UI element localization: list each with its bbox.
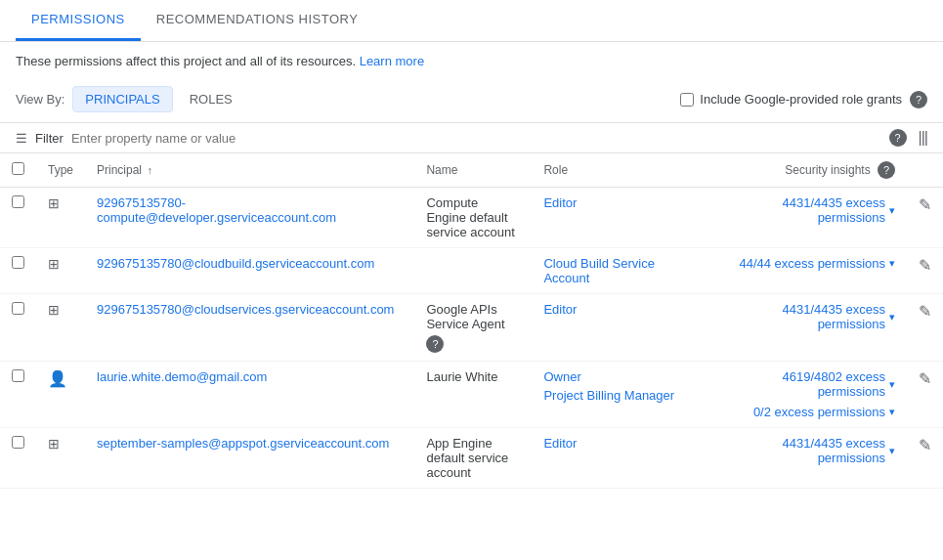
row5-checkbox[interactable] — [12, 436, 24, 449]
row2-checkbox[interactable] — [12, 256, 24, 269]
row5-security: 4431/4435 excess permissions ▾ — [707, 428, 907, 489]
person-icon: 👤 — [48, 370, 67, 387]
row2-type: ⊞ — [36, 248, 85, 294]
row2-role-link[interactable]: Cloud Build Service Account — [543, 256, 654, 285]
row2-security-link[interactable]: 44/44 excess permissions — [739, 256, 885, 271]
row4-dropdown2-icon[interactable]: ▾ — [889, 406, 895, 418]
filter-label: Filter — [35, 131, 64, 146]
help-icon[interactable]: ? — [910, 91, 927, 108]
row4-dropdown1-icon[interactable]: ▾ — [889, 378, 895, 391]
row4-name-text: Laurie White — [426, 369, 497, 384]
row3-dropdown-icon[interactable]: ▾ — [889, 311, 895, 323]
row4-checkbox[interactable] — [12, 369, 24, 382]
include-google-roles-label: Include Google-provided role grants — [700, 92, 902, 107]
table-container: Type Principal ↑ Name Role Security insi… — [0, 153, 943, 489]
principals-view-button[interactable]: PRINCIPALS — [72, 86, 172, 112]
row5-name: App Engine default service account — [414, 428, 532, 489]
row1-dropdown-icon[interactable]: ▾ — [889, 204, 895, 217]
row3-security: 4431/4435 excess permissions ▾ — [707, 294, 907, 362]
row1-role: Editor — [532, 188, 707, 248]
row4-security2-link[interactable]: 0/2 excess permissions — [753, 405, 885, 419]
row5-type: ⊞ — [36, 428, 85, 489]
info-bar: These permissions affect this project an… — [0, 42, 943, 80]
row4-name: Laurie White — [414, 362, 532, 428]
row5-edit: ✎ — [907, 428, 943, 489]
col-header-check — [0, 153, 36, 188]
row3-edit-icon[interactable]: ✎ — [919, 303, 931, 320]
row2-check — [0, 248, 36, 294]
row1-principal: 929675135780-compute@developer.gservicea… — [85, 188, 414, 248]
filter-input[interactable] — [71, 131, 364, 146]
select-all-checkbox[interactable] — [12, 162, 24, 175]
row4-principal: laurie.white.demo@gmail.com — [85, 362, 414, 428]
col-header-type: Type — [36, 153, 85, 188]
include-google-roles-checkbox[interactable] — [680, 93, 694, 107]
row3-edit: ✎ — [907, 294, 943, 362]
row3-role-link[interactable]: Editor — [543, 302, 577, 317]
row5-security-link[interactable]: 4431/4435 excess permissions — [719, 436, 885, 465]
row2-edit-icon[interactable]: ✎ — [919, 257, 931, 274]
sort-arrow-icon: ↑ — [147, 164, 152, 176]
security-help-icon[interactable]: ? — [878, 161, 895, 179]
filter-right: ? ||| — [889, 129, 927, 147]
row3-role: Editor — [532, 294, 707, 362]
service-account-icon: ⊞ — [48, 436, 60, 452]
tab-recommendations-history[interactable]: RECOMMENDATIONS HISTORY — [141, 0, 374, 41]
row3-security-link[interactable]: 4431/4435 excess permissions — [719, 302, 885, 331]
row4-type: 👤 — [36, 362, 85, 428]
col-header-name: Name — [414, 153, 532, 188]
row2-principal-link[interactable]: 929675135780@cloudbuild.gserviceaccount.… — [97, 256, 374, 271]
row3-name: Google APIs Service Agent ? — [414, 294, 532, 362]
row1-edit-icon[interactable]: ✎ — [919, 196, 931, 213]
column-selector-icon[interactable]: ||| — [919, 129, 927, 147]
row5-role-link[interactable]: Editor — [543, 436, 577, 451]
learn-more-link[interactable]: Learn more — [360, 54, 424, 68]
row2-security: 44/44 excess permissions ▾ — [707, 248, 907, 294]
tabs-bar: PERMISSIONS RECOMMENDATIONS HISTORY — [0, 0, 943, 42]
filter-left: ☰ Filter — [16, 131, 364, 146]
table-row: ⊞ 929675135780@cloudbuild.gserviceaccoun… — [0, 248, 943, 294]
tab-permissions[interactable]: PERMISSIONS — [16, 0, 141, 41]
service-account-icon: ⊞ — [48, 302, 60, 318]
row4-check — [0, 362, 36, 428]
table-row: ⊞ september-samples@appspot.gserviceacco… — [0, 428, 943, 489]
row4-role2-link[interactable]: Project Billing Manager — [543, 388, 674, 403]
row1-checkbox[interactable] — [12, 195, 24, 208]
table-row: 👤 laurie.white.demo@gmail.com Laurie Whi… — [0, 362, 943, 428]
table-row: ⊞ 929675135780-compute@developer.gservic… — [0, 188, 943, 248]
view-by-label: View By: — [16, 92, 64, 107]
row5-principal-link[interactable]: september-samples@appspot.gserviceaccoun… — [97, 436, 389, 451]
row5-dropdown-icon[interactable]: ▾ — [889, 445, 895, 457]
row4-edit: ✎ — [907, 362, 943, 428]
row5-role: Editor — [532, 428, 707, 489]
view-by-bar: View By: PRINCIPALS ROLES Include Google… — [0, 80, 943, 122]
row1-principal-link[interactable]: 929675135780-compute@developer.gservicea… — [97, 195, 336, 225]
row2-principal: 929675135780@cloudbuild.gserviceaccount.… — [85, 248, 414, 294]
google-apis-help-icon[interactable]: ? — [426, 335, 444, 353]
row3-principal-link[interactable]: 929675135780@cloudservices.gserviceaccou… — [97, 302, 394, 317]
row1-role-link[interactable]: Editor — [543, 195, 577, 210]
col-header-principal[interactable]: Principal ↑ — [85, 153, 414, 188]
row4-security: 4619/4802 excess permissions ▾ 0/2 exces… — [707, 362, 907, 428]
row5-name-text: App Engine default service account — [426, 436, 508, 480]
include-google-roles-checkbox-label[interactable]: Include Google-provided role grants — [680, 92, 902, 107]
service-account-icon: ⊞ — [48, 256, 60, 272]
row2-dropdown-icon[interactable]: ▾ — [889, 257, 895, 270]
row4-security1-link[interactable]: 4619/4802 excess permissions — [719, 369, 885, 399]
row1-security-link[interactable]: 4431/4435 excess permissions — [719, 195, 885, 225]
col-header-security: Security insights ? — [707, 153, 907, 188]
row5-check — [0, 428, 36, 489]
row3-checkbox[interactable] — [12, 302, 24, 315]
row4-role1-link[interactable]: Owner — [543, 369, 580, 384]
row1-name-text: Compute Engine default service account — [426, 195, 514, 239]
row3-principal: 929675135780@cloudservices.gserviceaccou… — [85, 294, 414, 362]
roles-view-button[interactable]: ROLES — [177, 86, 245, 112]
table-row: ⊞ 929675135780@cloudservices.gserviceacc… — [0, 294, 943, 362]
row5-edit-icon[interactable]: ✎ — [919, 437, 931, 453]
row4-principal-link[interactable]: laurie.white.demo@gmail.com — [97, 369, 267, 384]
row5-principal: september-samples@appspot.gserviceaccoun… — [85, 428, 414, 489]
row3-check — [0, 294, 36, 362]
row4-edit-icon[interactable]: ✎ — [919, 370, 931, 387]
row1-name: Compute Engine default service account — [414, 188, 532, 248]
filter-help-icon[interactable]: ? — [889, 129, 907, 147]
